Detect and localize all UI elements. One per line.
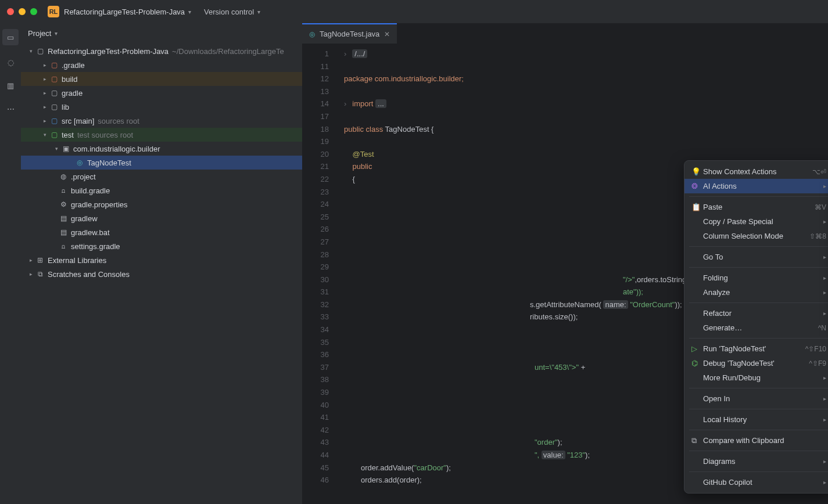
chevron-right-icon: ▸ bbox=[823, 183, 826, 189]
separator bbox=[689, 409, 828, 409]
folder-icon: ▢ bbox=[49, 117, 59, 125]
menu-compare-clipboard[interactable]: ⧉Compare with Clipboard bbox=[684, 433, 828, 448]
ai-icon: ❂ bbox=[691, 182, 703, 190]
class-icon: ◎ bbox=[74, 159, 85, 167]
tree-item[interactable]: ▸▢.gradle bbox=[21, 58, 302, 72]
titlebar: RL RefactoringLargeTest-Problem-Java ▾ V… bbox=[0, 0, 828, 23]
separator bbox=[689, 267, 828, 268]
chevron-right-icon: ▸ bbox=[823, 254, 826, 260]
chevron-right-icon[interactable]: ▸ bbox=[41, 62, 49, 68]
diff-icon: ⧉ bbox=[691, 436, 703, 445]
folder-icon: ▢ bbox=[49, 131, 59, 139]
tree-item[interactable]: ⚙gradle.properties bbox=[21, 197, 302, 211]
chevron-right-icon: ▸ bbox=[823, 458, 826, 465]
package-icon: ▣ bbox=[60, 145, 71, 153]
minimize-window-icon[interactable] bbox=[19, 8, 26, 15]
chevron-down-icon[interactable]: ▾ bbox=[257, 9, 260, 15]
menu-folding[interactable]: Folding▸ bbox=[684, 271, 828, 285]
menu-refactor[interactable]: Refactor▸ bbox=[684, 306, 828, 321]
menu-copy-paste-special[interactable]: Copy / Paste Special▸ bbox=[684, 214, 828, 229]
chevron-down-icon[interactable]: ▾ bbox=[55, 30, 58, 37]
commit-icon[interactable]: ◌ bbox=[4, 56, 17, 69]
context-menu: 💡Show Context Actions⌥⏎ ❂AI Actions▸ 📋Pa… bbox=[684, 160, 828, 494]
chevron-down-icon[interactable]: ▾ bbox=[52, 146, 60, 152]
paste-icon: 📋 bbox=[691, 203, 703, 211]
structure-icon[interactable]: ▥ bbox=[4, 79, 17, 92]
chevron-right-icon[interactable]: ▸ bbox=[27, 257, 35, 263]
file-icon: ▤ bbox=[58, 228, 69, 236]
menu-run[interactable]: ▷Run 'TagNodeTest'^⇧F10 bbox=[684, 341, 828, 356]
close-icon[interactable]: ✕ bbox=[384, 30, 390, 38]
tree-item[interactable]: ◍.project bbox=[21, 170, 302, 183]
project-panel: Project ▾ ▾ ▢ RefactoringLargeTest-Probl… bbox=[21, 23, 302, 504]
chevron-right-icon[interactable]: ▸ bbox=[27, 271, 35, 277]
menu-debug[interactable]: ⌬Debug 'TagNodeTest'^⇧F9 bbox=[684, 356, 828, 370]
chevron-right-icon: ▸ bbox=[823, 375, 826, 381]
file-icon: ◍ bbox=[58, 172, 69, 181]
menu-column-selection[interactable]: Column Selection Mode⇧⌘8 bbox=[684, 229, 828, 243]
tree-item[interactable]: ⩍settings.gradle bbox=[21, 239, 302, 253]
editor-tabs: ◎ TagNodeTest.java ✕ bbox=[302, 23, 828, 44]
separator bbox=[689, 430, 828, 430]
tree-item-selected[interactable]: ◎TagNodeTest bbox=[21, 156, 302, 170]
version-control-menu[interactable]: Version control bbox=[204, 8, 254, 16]
tree-item[interactable]: ▸⧉Scratches and Consoles bbox=[21, 267, 302, 281]
tree-item[interactable]: ▸▢src [main]sources root bbox=[21, 114, 302, 128]
menu-more-run[interactable]: More Run/Debug▸ bbox=[684, 370, 828, 385]
project-tree: ▾ ▢ RefactoringLargeTest-Problem-Java ~/… bbox=[21, 43, 302, 504]
tree-item[interactable]: ▸▢gradle bbox=[21, 86, 302, 100]
chevron-right-icon[interactable]: ▸ bbox=[41, 118, 49, 124]
menu-local-history[interactable]: Local History▸ bbox=[684, 412, 828, 427]
menu-open-in[interactable]: Open In▸ bbox=[684, 391, 828, 406]
separator bbox=[689, 471, 828, 472]
chevron-down-icon[interactable]: ▾ bbox=[27, 48, 35, 54]
chevron-down-icon[interactable]: ▾ bbox=[41, 132, 49, 138]
bulb-icon: 💡 bbox=[691, 167, 703, 176]
editor-tab[interactable]: ◎ TagNodeTest.java ✕ bbox=[302, 23, 397, 44]
bug-icon: ⌬ bbox=[691, 359, 703, 368]
tree-item[interactable]: ▤gradlew bbox=[21, 211, 302, 225]
tree-root[interactable]: ▾ ▢ RefactoringLargeTest-Problem-Java ~/… bbox=[21, 44, 302, 58]
separator bbox=[689, 196, 828, 197]
folder-icon[interactable]: ▭ bbox=[2, 29, 19, 45]
project-name[interactable]: RefactoringLargeTest-Problem-Java bbox=[64, 8, 185, 16]
folder-icon: ▢ bbox=[35, 47, 45, 55]
close-window-icon[interactable] bbox=[7, 8, 14, 15]
menu-goto[interactable]: Go To▸ bbox=[684, 250, 828, 264]
more-icon[interactable]: ⋯ bbox=[4, 102, 17, 115]
chevron-right-icon[interactable]: ▸ bbox=[41, 76, 49, 82]
chevron-down-icon[interactable]: ▾ bbox=[188, 9, 191, 15]
chevron-right-icon: ▸ bbox=[823, 479, 826, 485]
folder-icon: ▢ bbox=[49, 75, 59, 83]
class-icon: ◎ bbox=[309, 30, 315, 38]
menu-ai-actions[interactable]: ❂AI Actions▸ bbox=[684, 179, 828, 193]
tree-item[interactable]: ▸⊞External Libraries bbox=[21, 253, 302, 267]
tree-item[interactable]: ⩍build.gradle bbox=[21, 183, 302, 197]
window-controls bbox=[7, 8, 37, 15]
menu-show-context-actions[interactable]: 💡Show Context Actions⌥⏎ bbox=[684, 164, 828, 179]
gutter: 1111213141718192021222324252627282930313… bbox=[302, 44, 335, 487]
tree-item[interactable]: ▸▢build bbox=[21, 72, 302, 86]
chevron-right-icon: ▸ bbox=[823, 218, 826, 225]
chevron-right-icon[interactable]: ▸ bbox=[41, 104, 49, 110]
chevron-right-icon[interactable]: ▸ bbox=[41, 90, 49, 96]
tree-item[interactable]: ▤gradlew.bat bbox=[21, 225, 302, 239]
scratches-icon: ⧉ bbox=[35, 270, 45, 278]
folder-icon: ▢ bbox=[49, 61, 59, 69]
tree-item[interactable]: ▸▢lib bbox=[21, 100, 302, 114]
menu-paste[interactable]: 📋Paste⌘V bbox=[684, 200, 828, 214]
tree-item[interactable]: ▾▣com.industriallogic.builder bbox=[21, 142, 302, 156]
folder-icon: ▢ bbox=[49, 89, 59, 97]
maximize-window-icon[interactable] bbox=[30, 8, 37, 15]
file-icon: ▤ bbox=[58, 214, 69, 222]
menu-github-copilot[interactable]: GitHub Copilot▸ bbox=[684, 475, 828, 489]
tool-strip: ▭ ◌ ▥ ⋯ bbox=[0, 23, 21, 504]
gear-icon: ⚙ bbox=[58, 200, 69, 208]
panel-title[interactable]: Project ▾ bbox=[21, 23, 302, 43]
chevron-right-icon: ▸ bbox=[823, 310, 826, 316]
separator bbox=[689, 338, 828, 339]
tree-item[interactable]: ▾▢testtest sources root bbox=[21, 128, 302, 142]
menu-diagrams[interactable]: Diagrams▸ bbox=[684, 454, 828, 469]
menu-analyze[interactable]: Analyze▸ bbox=[684, 285, 828, 300]
menu-generate[interactable]: Generate…^N bbox=[684, 321, 828, 335]
